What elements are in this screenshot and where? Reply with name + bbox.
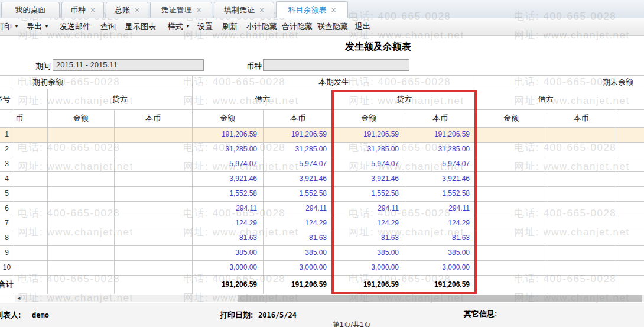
column-header-seq: 序号 xyxy=(0,89,14,109)
tab-label: 币种 xyxy=(70,5,86,15)
column-header-base: 本币 xyxy=(547,109,616,127)
horizontal-scrollbar-thumb[interactable] xyxy=(238,295,642,302)
cell-current_credit_base[interactable]: 1,552.58 xyxy=(405,186,476,201)
cell-current_debit_base[interactable]: 5,974.07 xyxy=(263,157,333,171)
preparer-label: 制表人: xyxy=(0,310,21,320)
cell-current_credit_base[interactable]: 81.63 xyxy=(405,231,476,245)
tab-close-icon[interactable]: × xyxy=(331,6,336,14)
total-label: 合计 xyxy=(0,275,16,294)
column-header-amount: 金额 xyxy=(192,109,263,127)
tab-币种[interactable]: 币种× xyxy=(61,2,104,18)
cell-current_credit_base[interactable]: 191,206.59 xyxy=(405,127,476,142)
section-header-current: 本期发生 xyxy=(192,75,476,89)
cell-current_debit_base[interactable]: 81.63 xyxy=(263,231,333,245)
tab-close-icon[interactable]: × xyxy=(196,6,201,14)
cell-current_credit_base[interactable]: 5,974.07 xyxy=(405,157,476,171)
cell-current_credit_base[interactable]: 294.11 xyxy=(405,201,476,216)
cell-current_debit_base[interactable]: 3,000.00 xyxy=(263,260,333,275)
balance-table: 期初余额本期发生期末余额序号贷方借方贷方借方币金额本币金额本币金额本币金额本币1… xyxy=(0,0,644,327)
row-seq: 4 xyxy=(0,171,14,186)
tab-label: 我的桌面 xyxy=(15,5,46,15)
column-header-base: 本币 xyxy=(405,109,476,127)
tab-label: 填制凭证 xyxy=(224,5,255,15)
cell-current_debit_base[interactable]: 31,285.00 xyxy=(263,142,333,157)
tab-我的桌面[interactable]: 我的桌面 xyxy=(1,2,60,18)
cell-current_credit_base[interactable]: 31,285.00 xyxy=(405,142,476,157)
row-seq: 2 xyxy=(0,142,14,157)
column-header-amount: 金额 xyxy=(333,109,405,127)
tab-close-icon[interactable]: × xyxy=(90,6,95,14)
column-header-base: 本币 xyxy=(114,109,192,127)
page-indicator: 第1页/共1页 xyxy=(333,320,371,327)
cell-current_debit_amount[interactable]: 385.00 xyxy=(192,245,263,260)
cell-current_debit_amount[interactable]: 191,206.59 xyxy=(192,127,263,142)
cell-current_debit_base[interactable]: 124.29 xyxy=(263,216,333,231)
tab-close-icon[interactable]: × xyxy=(135,6,139,14)
cell-current_debit_amount[interactable]: 1,552.58 xyxy=(192,186,263,201)
group-header-debit: 借方 xyxy=(192,89,333,109)
table-grid-vline xyxy=(547,109,547,294)
cell-current_debit_amount[interactable]: 81.63 xyxy=(192,231,263,245)
group-header-credit: 贷方 xyxy=(333,89,476,109)
total-current_debit_amount: 191,206.59 xyxy=(192,275,263,294)
cell-current_debit_base[interactable]: 385.00 xyxy=(263,245,333,260)
preparer-value: demo xyxy=(32,311,49,319)
cell-current_debit_amount[interactable]: 3,000.00 xyxy=(192,260,263,275)
cell-current_credit_base[interactable]: 3,000.00 xyxy=(405,260,476,275)
tab-填制凭证[interactable]: 填制凭证× xyxy=(214,2,274,18)
table-grid-vline xyxy=(114,109,115,294)
section-header-opening: 期初余额 xyxy=(19,75,76,89)
cell-current_debit_base[interactable]: 191,206.59 xyxy=(263,127,333,142)
cell-current_credit_amount[interactable]: 31,285.00 xyxy=(333,142,405,157)
tab-科目余额表[interactable]: 科目余额表× xyxy=(276,1,348,18)
section-header-ending: 期末余额 xyxy=(591,75,644,89)
row-seq: 8 xyxy=(0,231,14,245)
total-current_credit_amount: 191,206.59 xyxy=(333,275,405,294)
row-seq: 9 xyxy=(0,245,14,260)
print-date-value: 2016/5/24 xyxy=(258,311,297,319)
table-grid-vline xyxy=(616,89,616,294)
cell-current_debit_base[interactable]: 3,921.46 xyxy=(263,171,333,186)
cell-current_credit_amount[interactable]: 81.63 xyxy=(333,231,405,245)
total-current_credit_base: 191,206.59 xyxy=(405,275,476,294)
cell-current_debit_amount[interactable]: 124.29 xyxy=(192,216,263,231)
cell-current_credit_amount[interactable]: 294.11 xyxy=(333,201,405,216)
cell-current_credit_amount[interactable]: 3,000.00 xyxy=(333,260,405,275)
group-header-debit: 借方 xyxy=(476,89,616,109)
cell-current_credit_amount[interactable]: 5,974.07 xyxy=(333,157,405,171)
row-seq: 6 xyxy=(0,201,14,216)
row-seq: 7 xyxy=(0,216,14,231)
group-header-credit: 贷方 xyxy=(47,89,192,109)
row-seq: 1 xyxy=(0,127,14,142)
cell-current_credit_base[interactable]: 385.00 xyxy=(405,245,476,260)
cell-current_debit_base[interactable]: 1,552.58 xyxy=(263,186,333,201)
tab-label: 总账 xyxy=(115,5,130,15)
column-header-base: 本币 xyxy=(263,109,333,127)
cell-current_debit_amount[interactable]: 31,285.00 xyxy=(192,142,263,157)
row-seq: 10 xyxy=(0,260,14,275)
tab-凭证管理[interactable]: 凭证管理× xyxy=(150,2,212,18)
row-seq: 3 xyxy=(0,157,14,171)
tab-总账[interactable]: 总账× xyxy=(106,2,148,18)
scroll-left-button[interactable]: ◄ xyxy=(15,295,23,302)
other-info-label: 其它信息: xyxy=(464,309,497,319)
column-header-amount: 金额 xyxy=(47,109,114,127)
cell-current_debit_amount[interactable]: 5,974.07 xyxy=(192,157,263,171)
column-header-currency: 币 xyxy=(15,109,33,127)
cell-current_credit_amount[interactable]: 3,921.46 xyxy=(333,171,405,186)
scroll-left-arrow-icon: ◄ xyxy=(17,296,21,301)
cell-current_debit_base[interactable]: 294.11 xyxy=(263,201,333,216)
cell-current_credit_amount[interactable]: 385.00 xyxy=(333,245,405,260)
table-grid-hline xyxy=(0,294,644,294)
cell-current_debit_amount[interactable]: 294.11 xyxy=(192,201,263,216)
cell-current_credit_amount[interactable]: 191,206.59 xyxy=(333,127,405,142)
table-grid-vline xyxy=(14,75,14,294)
cell-current_debit_amount[interactable]: 3,921.46 xyxy=(192,171,263,186)
tab-close-icon[interactable]: × xyxy=(259,6,264,14)
cell-current_credit_base[interactable]: 124.29 xyxy=(405,216,476,231)
row-seq: 5 xyxy=(0,186,14,201)
cell-current_credit_base[interactable]: 3,921.46 xyxy=(405,171,476,186)
column-header-amount: 金额 xyxy=(476,109,547,127)
cell-current_credit_amount[interactable]: 124.29 xyxy=(333,216,405,231)
cell-current_credit_amount[interactable]: 1,552.58 xyxy=(333,186,405,201)
